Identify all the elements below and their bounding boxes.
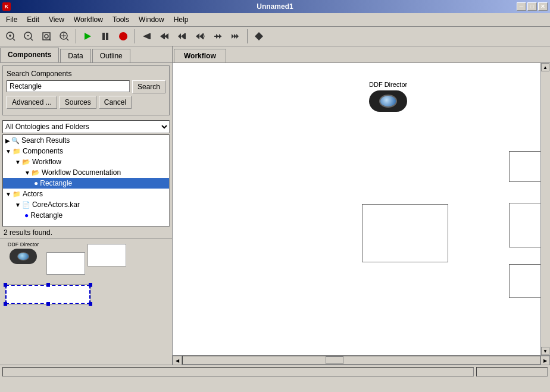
tab-bar: Components Data Outline (0, 46, 172, 63)
h-scroll-container: ◀ ▶ (173, 355, 550, 365)
tab-components[interactable]: Components (0, 48, 59, 62)
close-button[interactable]: ✕ (538, 2, 548, 11)
scroll-up-button[interactable]: ▲ (541, 63, 549, 71)
coreactors-toggle[interactable]: ▼ (15, 202, 21, 208)
scroll-right-button[interactable]: ▶ (540, 356, 550, 365)
step3-button[interactable] (174, 28, 190, 45)
toolbar (0, 27, 550, 46)
dot-icon: ● (34, 179, 38, 187)
palette-rect-selected[interactable] (5, 284, 91, 305)
tree-item-workflow[interactable]: ▼ 📂 Workflow (3, 156, 169, 167)
cancel-button[interactable]: Cancel (99, 96, 132, 109)
menu-edit[interactable]: Edit (23, 14, 43, 25)
tree-label: Rectangle (40, 179, 72, 187)
svg-marker-18 (143, 33, 149, 39)
menu-file[interactable]: File (2, 14, 21, 25)
step6-button[interactable] (227, 28, 244, 45)
folder-open-icon: 📂 (32, 169, 40, 177)
left-panel: Components Data Outline Search Component… (0, 46, 173, 365)
workflow-canvas[interactable]: DDF Director (173, 63, 540, 355)
title-bar: K Unnamed1 ─ □ ✕ (0, 0, 550, 13)
folder-open-icon: 📂 (22, 158, 30, 166)
tree-item-coreactors[interactable]: ▼ 📄 CoreActors.kar (3, 199, 169, 210)
actors-toggle[interactable]: ▼ (5, 191, 11, 197)
menu-window[interactable]: Window (135, 14, 168, 25)
svg-marker-23 (178, 33, 181, 39)
svg-marker-33 (232, 34, 234, 39)
main-area: Components Data Outline Search Component… (0, 46, 550, 365)
menu-bar: File Edit View Workflow Tools Window Hel… (0, 13, 550, 27)
canvas-container: DDF Director ▲ ▼ (173, 63, 550, 355)
stop-button[interactable] (115, 28, 132, 45)
tab-workflow[interactable]: Workflow (174, 49, 226, 62)
h-scroll-track[interactable] (182, 356, 540, 365)
run-button[interactable] (79, 28, 96, 45)
step1-button[interactable] (138, 28, 155, 45)
vertical-scrollbar[interactable]: ▲ ▼ (540, 63, 550, 355)
canvas-ddf-director[interactable]: DDF Director (369, 81, 407, 112)
tree-item-components[interactable]: ▼ 📁 Components (3, 146, 169, 156)
svg-line-29 (203, 36, 204, 39)
advanced-button[interactable]: Advanced ... (7, 96, 57, 109)
svg-line-28 (203, 33, 204, 36)
diamond-button[interactable] (251, 28, 267, 45)
workflowdocs-toggle[interactable]: ▼ (24, 170, 30, 176)
tab-outline[interactable]: Outline (92, 49, 130, 62)
palette-rect-1[interactable] (46, 252, 85, 275)
zoom-reset-button[interactable] (56, 28, 73, 45)
palette-rect-2[interactable] (88, 244, 126, 266)
svg-marker-35 (236, 34, 239, 39)
svg-marker-31 (219, 34, 221, 39)
canvas-rect-1[interactable] (509, 151, 540, 182)
menu-tools[interactable]: Tools (109, 14, 133, 25)
toolbar-separator-3 (247, 29, 248, 43)
scroll-down-button[interactable]: ▼ (541, 347, 549, 355)
search-button[interactable]: Search (132, 80, 165, 93)
tree-item-rectangle-2[interactable]: ● Rectangle (3, 210, 169, 221)
svg-rect-19 (149, 33, 151, 39)
ddf-label: DDF Director (8, 242, 39, 247)
toolbar-separator-2 (135, 29, 135, 43)
menu-help[interactable]: Help (170, 14, 192, 25)
ddf-director-label: DDF Director (369, 81, 407, 88)
minimize-button[interactable]: ─ (517, 2, 526, 11)
tree-item-search-results[interactable]: ▶ 🔍 Search Results (3, 135, 169, 146)
menu-workflow[interactable]: Workflow (70, 14, 107, 25)
step2-button[interactable] (156, 28, 173, 45)
scroll-left-button[interactable]: ◀ (173, 356, 182, 365)
tree-item-rectangle-1[interactable]: ● Rectangle (3, 178, 169, 189)
tree-label: Components (23, 147, 63, 155)
canvas-rect-4[interactable] (362, 204, 448, 262)
tree-item-actors[interactable]: ▼ 📁 Actors (3, 189, 169, 199)
canvas-rect-3[interactable] (509, 264, 540, 298)
file-icon: 📄 (22, 201, 30, 209)
canvas-rect-2[interactable] (509, 203, 540, 247)
workflow-toggle[interactable]: ▼ (15, 159, 21, 165)
ontology-dropdown[interactable]: All Ontologies and Folders (2, 120, 170, 133)
palette-ddf-director[interactable]: DDF Director (2, 242, 44, 275)
maximize-button[interactable]: □ (527, 2, 537, 11)
tree-label: Workflow Documentation (42, 168, 121, 177)
h-scroll-thumb (326, 356, 343, 364)
zoom-in-button[interactable] (2, 28, 19, 45)
search-icon: 🔍 (11, 137, 20, 145)
svg-marker-26 (196, 33, 199, 39)
svg-marker-27 (199, 33, 203, 39)
pause-button[interactable] (97, 28, 114, 45)
menu-view[interactable]: View (45, 14, 68, 25)
handle-tl (4, 283, 7, 287)
step4-button[interactable] (192, 28, 208, 45)
search-results-toggle[interactable]: ▶ (5, 137, 10, 144)
zoom-fit-button[interactable] (38, 28, 55, 45)
app-icon: K (2, 2, 11, 11)
step5-button[interactable] (210, 28, 226, 45)
svg-marker-34 (234, 34, 236, 39)
sources-button[interactable]: Sources (60, 96, 96, 109)
search-input[interactable] (7, 80, 130, 92)
svg-marker-14 (85, 33, 91, 40)
palette-area: DDF Director (0, 239, 172, 349)
tab-data[interactable]: Data (60, 49, 90, 62)
tree-item-workflow-docs[interactable]: ▼ 📂 Workflow Documentation (3, 167, 169, 178)
zoom-out-button[interactable] (20, 28, 37, 45)
components-toggle[interactable]: ▼ (5, 148, 11, 155)
